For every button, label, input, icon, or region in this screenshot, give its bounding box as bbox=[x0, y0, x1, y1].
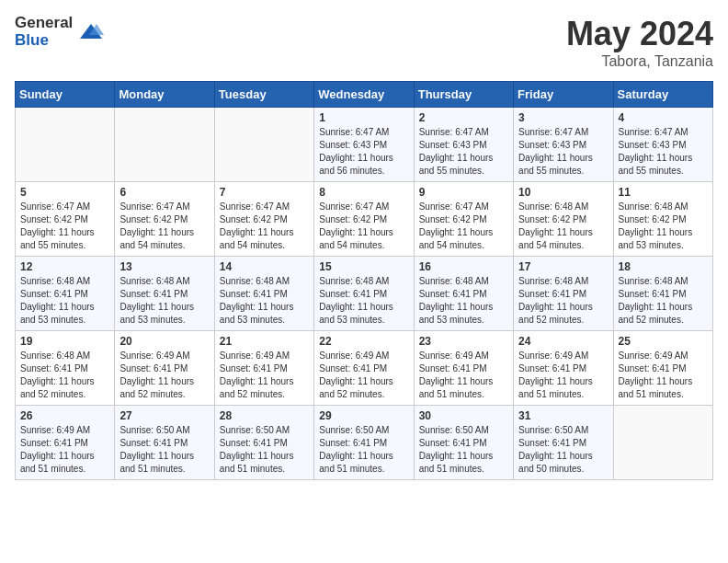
day-number: 6 bbox=[119, 186, 209, 199]
logo: General Blue bbox=[15, 15, 104, 49]
day-info: Sunrise: 6:47 AMSunset: 6:43 PMDaylight:… bbox=[518, 126, 608, 178]
day-info: Sunrise: 6:47 AMSunset: 6:43 PMDaylight:… bbox=[619, 126, 708, 178]
calendar-cell: 29Sunrise: 6:50 AMSunset: 6:41 PMDayligh… bbox=[314, 406, 414, 480]
calendar-cell: 4Sunrise: 6:47 AMSunset: 6:43 PMDaylight… bbox=[613, 108, 712, 182]
calendar-cell: 27Sunrise: 6:50 AMSunset: 6:41 PMDayligh… bbox=[115, 406, 214, 480]
calendar-header: Sunday Monday Tuesday Wednesday Thursday… bbox=[16, 82, 713, 108]
calendar-cell: 31Sunrise: 6:50 AMSunset: 6:41 PMDayligh… bbox=[514, 406, 613, 480]
day-number: 31 bbox=[518, 409, 608, 422]
calendar-cell: 23Sunrise: 6:49 AMSunset: 6:41 PMDayligh… bbox=[414, 331, 513, 406]
day-info: Sunrise: 6:48 AMSunset: 6:41 PMDaylight:… bbox=[220, 275, 309, 327]
header-saturday: Saturday bbox=[613, 82, 712, 108]
day-number: 5 bbox=[20, 186, 109, 199]
calendar-cell: 8Sunrise: 6:47 AMSunset: 6:42 PMDaylight… bbox=[314, 182, 414, 257]
day-number: 9 bbox=[419, 186, 508, 199]
day-number: 2 bbox=[419, 111, 508, 124]
day-number: 26 bbox=[20, 409, 109, 422]
header-tuesday: Tuesday bbox=[214, 82, 313, 108]
day-number: 27 bbox=[119, 409, 209, 422]
calendar-cell: 3Sunrise: 6:47 AMSunset: 6:43 PMDaylight… bbox=[514, 108, 613, 182]
calendar-cell: 28Sunrise: 6:50 AMSunset: 6:41 PMDayligh… bbox=[214, 406, 313, 480]
logo-general: General bbox=[15, 15, 73, 32]
calendar-week-3: 12Sunrise: 6:48 AMSunset: 6:41 PMDayligh… bbox=[16, 257, 713, 331]
day-number: 8 bbox=[319, 186, 408, 199]
calendar-cell: 1Sunrise: 6:47 AMSunset: 6:43 PMDaylight… bbox=[314, 108, 414, 182]
calendar-cell: 11Sunrise: 6:48 AMSunset: 6:42 PMDayligh… bbox=[613, 182, 712, 257]
day-number: 18 bbox=[619, 260, 708, 273]
day-info: Sunrise: 6:48 AMSunset: 6:41 PMDaylight:… bbox=[20, 350, 109, 401]
day-number: 1 bbox=[319, 111, 408, 124]
calendar-body: 1Sunrise: 6:47 AMSunset: 6:43 PMDaylight… bbox=[16, 108, 713, 480]
calendar-cell: 5Sunrise: 6:47 AMSunset: 6:42 PMDaylight… bbox=[16, 182, 115, 257]
logo-icon bbox=[78, 22, 104, 42]
main-title: May 2024 bbox=[566, 15, 713, 53]
day-info: Sunrise: 6:48 AMSunset: 6:41 PMDaylight:… bbox=[419, 275, 508, 327]
day-number: 19 bbox=[20, 335, 109, 348]
day-number: 4 bbox=[619, 111, 708, 124]
calendar-cell: 7Sunrise: 6:47 AMSunset: 6:42 PMDaylight… bbox=[214, 182, 313, 257]
calendar-cell: 9Sunrise: 6:47 AMSunset: 6:42 PMDaylight… bbox=[414, 182, 513, 257]
title-block: May 2024 Tabora, Tanzania bbox=[566, 15, 713, 70]
day-info: Sunrise: 6:48 AMSunset: 6:41 PMDaylight:… bbox=[20, 275, 109, 327]
day-number: 16 bbox=[419, 260, 508, 273]
day-info: Sunrise: 6:47 AMSunset: 6:43 PMDaylight:… bbox=[319, 126, 408, 178]
calendar-cell: 22Sunrise: 6:49 AMSunset: 6:41 PMDayligh… bbox=[314, 331, 414, 406]
calendar-cell: 13Sunrise: 6:48 AMSunset: 6:41 PMDayligh… bbox=[115, 257, 214, 331]
calendar-cell: 18Sunrise: 6:48 AMSunset: 6:41 PMDayligh… bbox=[613, 257, 712, 331]
day-info: Sunrise: 6:48 AMSunset: 6:41 PMDaylight:… bbox=[319, 275, 408, 327]
day-number: 20 bbox=[119, 335, 209, 348]
calendar-week-5: 26Sunrise: 6:49 AMSunset: 6:41 PMDayligh… bbox=[16, 406, 713, 480]
header-friday: Friday bbox=[514, 82, 613, 108]
calendar-cell: 2Sunrise: 6:47 AMSunset: 6:43 PMDaylight… bbox=[414, 108, 513, 182]
calendar-cell: 14Sunrise: 6:48 AMSunset: 6:41 PMDayligh… bbox=[214, 257, 313, 331]
header-sunday: Sunday bbox=[16, 82, 115, 108]
calendar-cell: 12Sunrise: 6:48 AMSunset: 6:41 PMDayligh… bbox=[16, 257, 115, 331]
day-info: Sunrise: 6:48 AMSunset: 6:42 PMDaylight:… bbox=[619, 201, 708, 252]
calendar-cell: 26Sunrise: 6:49 AMSunset: 6:41 PMDayligh… bbox=[16, 406, 115, 480]
calendar-cell: 24Sunrise: 6:49 AMSunset: 6:41 PMDayligh… bbox=[514, 331, 613, 406]
header-wednesday: Wednesday bbox=[314, 82, 414, 108]
day-number: 12 bbox=[20, 260, 109, 273]
day-number: 22 bbox=[319, 335, 408, 348]
calendar-cell bbox=[16, 108, 115, 182]
calendar-table: Sunday Monday Tuesday Wednesday Thursday… bbox=[15, 81, 713, 480]
day-number: 14 bbox=[220, 260, 309, 273]
calendar-cell: 16Sunrise: 6:48 AMSunset: 6:41 PMDayligh… bbox=[414, 257, 513, 331]
day-info: Sunrise: 6:50 AMSunset: 6:41 PMDaylight:… bbox=[419, 424, 508, 476]
day-number: 29 bbox=[319, 409, 408, 422]
logo-blue: Blue bbox=[15, 32, 73, 50]
header-thursday: Thursday bbox=[414, 82, 513, 108]
calendar-cell: 15Sunrise: 6:48 AMSunset: 6:41 PMDayligh… bbox=[314, 257, 414, 331]
day-info: Sunrise: 6:47 AMSunset: 6:42 PMDaylight:… bbox=[119, 201, 209, 252]
day-number: 24 bbox=[518, 335, 608, 348]
day-info: Sunrise: 6:49 AMSunset: 6:41 PMDaylight:… bbox=[419, 350, 508, 401]
day-number: 11 bbox=[619, 186, 708, 199]
day-number: 30 bbox=[419, 409, 508, 422]
calendar-cell: 21Sunrise: 6:49 AMSunset: 6:41 PMDayligh… bbox=[214, 331, 313, 406]
day-info: Sunrise: 6:48 AMSunset: 6:42 PMDaylight:… bbox=[518, 201, 608, 252]
calendar-week-2: 5Sunrise: 6:47 AMSunset: 6:42 PMDaylight… bbox=[16, 182, 713, 257]
day-number: 15 bbox=[319, 260, 408, 273]
day-info: Sunrise: 6:50 AMSunset: 6:41 PMDaylight:… bbox=[518, 424, 608, 476]
header-monday: Monday bbox=[115, 82, 214, 108]
day-info: Sunrise: 6:48 AMSunset: 6:41 PMDaylight:… bbox=[119, 275, 209, 327]
calendar-cell bbox=[613, 406, 712, 480]
calendar-cell: 17Sunrise: 6:48 AMSunset: 6:41 PMDayligh… bbox=[514, 257, 613, 331]
day-info: Sunrise: 6:48 AMSunset: 6:41 PMDaylight:… bbox=[518, 275, 608, 327]
header-row: Sunday Monday Tuesday Wednesday Thursday… bbox=[16, 82, 713, 108]
day-info: Sunrise: 6:49 AMSunset: 6:41 PMDaylight:… bbox=[518, 350, 608, 401]
calendar-week-4: 19Sunrise: 6:48 AMSunset: 6:41 PMDayligh… bbox=[16, 331, 713, 406]
day-info: Sunrise: 6:48 AMSunset: 6:41 PMDaylight:… bbox=[619, 275, 708, 327]
day-number: 17 bbox=[518, 260, 608, 273]
day-info: Sunrise: 6:50 AMSunset: 6:41 PMDaylight:… bbox=[119, 424, 209, 476]
day-info: Sunrise: 6:47 AMSunset: 6:43 PMDaylight:… bbox=[419, 126, 508, 178]
day-number: 28 bbox=[220, 409, 309, 422]
day-info: Sunrise: 6:49 AMSunset: 6:41 PMDaylight:… bbox=[20, 424, 109, 476]
day-info: Sunrise: 6:49 AMSunset: 6:41 PMDaylight:… bbox=[220, 350, 309, 401]
calendar-cell bbox=[214, 108, 313, 182]
calendar-cell: 10Sunrise: 6:48 AMSunset: 6:42 PMDayligh… bbox=[514, 182, 613, 257]
day-number: 10 bbox=[518, 186, 608, 199]
calendar-week-1: 1Sunrise: 6:47 AMSunset: 6:43 PMDaylight… bbox=[16, 108, 713, 182]
day-info: Sunrise: 6:47 AMSunset: 6:42 PMDaylight:… bbox=[220, 201, 309, 252]
day-info: Sunrise: 6:49 AMSunset: 6:41 PMDaylight:… bbox=[619, 350, 708, 401]
